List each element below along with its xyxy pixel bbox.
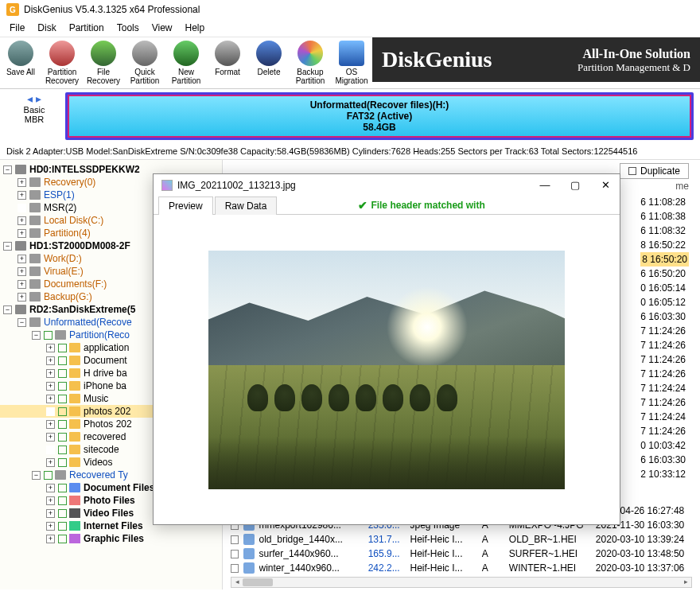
- disk-quick-icon: [132, 41, 158, 66]
- checkbox-icon[interactable]: [58, 522, 67, 531]
- backup-partition-button[interactable]: Backup Partition: [290, 37, 331, 88]
- checkbox-icon[interactable]: [231, 564, 239, 573]
- save-all-button[interactable]: Save All: [0, 37, 41, 80]
- menu-help[interactable]: Help: [185, 22, 205, 33]
- menu-view[interactable]: View: [152, 22, 173, 33]
- time-cell[interactable]: 7 11:24:24: [640, 381, 689, 395]
- image-icon: [161, 180, 173, 191]
- time-cell[interactable]: 6 11:08:32: [640, 224, 689, 238]
- time-cell[interactable]: 0 10:03:42: [640, 438, 689, 453]
- minimize-button[interactable]: —: [539, 179, 551, 191]
- close-button[interactable]: ✕: [599, 179, 612, 191]
- checkbox-icon[interactable]: [58, 535, 67, 543]
- time-cell[interactable]: 6 11:08:38: [640, 209, 689, 224]
- time-cell[interactable]: 8 16:50:22: [640, 238, 689, 252]
- folder-icon: [69, 419, 80, 429]
- checkbox-icon[interactable]: [58, 395, 67, 403]
- preview-titlebar[interactable]: IMG_20211002_113213.jpg — ▢ ✕: [154, 174, 620, 196]
- preview-filename: IMG_20211002_113213.jpg: [177, 180, 296, 191]
- time-cell[interactable]: 6 11:08:28: [640, 195, 689, 209]
- file-recovery-button[interactable]: File Recovery: [83, 37, 124, 88]
- preview-window[interactable]: IMG_20211002_113213.jpg — ▢ ✕ Preview Ra…: [153, 173, 620, 525]
- quick-partition-button[interactable]: Quick Partition: [124, 37, 165, 88]
- scroll-right-icon[interactable]: ▸: [680, 578, 691, 587]
- scrollbar-thumb[interactable]: [243, 578, 273, 586]
- checkbox-icon[interactable]: [58, 433, 67, 442]
- time-cell[interactable]: 7 11:24:26: [640, 338, 689, 352]
- time-cell[interactable]: 7 11:24:26: [640, 352, 689, 367]
- mbr-label2: MBR: [6, 115, 62, 124]
- format-button[interactable]: Format: [207, 37, 248, 80]
- menu-tools[interactable]: Tools: [117, 22, 139, 33]
- time-cell[interactable]: 0 16:05:14: [640, 281, 689, 295]
- preview-body: [154, 215, 620, 524]
- checkbox-icon[interactable]: [58, 458, 67, 467]
- volume-icon: [29, 228, 41, 238]
- table-row[interactable]: surfer_1440x960... 165.9... Heif-Heic I.…: [231, 547, 700, 561]
- time-cell[interactable]: 7 11:24:26: [640, 395, 689, 410]
- table-row[interactable]: old_bridge_1440x... 131.7... Heif-Heic I…: [231, 532, 700, 547]
- time-cell[interactable]: 7 11:24:24: [640, 410, 689, 424]
- file-type: Heif-Heic I...: [410, 548, 476, 559]
- time-cell[interactable]: 6 16:03:30: [640, 309, 689, 324]
- volume-icon: [29, 177, 41, 187]
- menu-disk[interactable]: Disk: [37, 22, 56, 33]
- checkbox-icon[interactable]: [58, 382, 67, 391]
- partition-bar[interactable]: Unformatted(Recover files)(H:) FAT32 (Ac…: [68, 95, 691, 138]
- table-row[interactable]: winter_1440x960... 242.2... Heif-Heic I.…: [231, 561, 700, 575]
- maximize-button[interactable]: ▢: [569, 179, 581, 191]
- time-cell[interactable]: 6 16:03:30: [640, 453, 689, 467]
- folder-icon: [69, 432, 80, 442]
- time-cell[interactable]: 7 11:24:26: [640, 324, 689, 338]
- volume-icon: [29, 267, 41, 276]
- file-icon: [243, 562, 254, 574]
- hdd-icon: [15, 241, 26, 251]
- checkbox-icon[interactable]: [231, 535, 239, 544]
- time-cell[interactable]: 2 10:33:12: [640, 467, 689, 481]
- new-partition-button[interactable]: New Partition: [165, 37, 207, 88]
- checkbox-icon[interactable]: [58, 496, 67, 505]
- menu-file[interactable]: File: [10, 22, 25, 33]
- tab-raw-data[interactable]: Raw Data: [215, 196, 278, 215]
- os-migration-button[interactable]: OS Migration: [331, 37, 372, 88]
- file-date: 2020-03-10 13:39:24: [596, 534, 700, 545]
- time-cell[interactable]: 6 16:50:20: [640, 267, 689, 281]
- menubar: File Disk Partition Tools View Help: [0, 19, 700, 37]
- folder-icon: [69, 368, 80, 378]
- checkbox-icon[interactable]: [58, 484, 67, 492]
- time-cell[interactable]: 7 11:24:26: [640, 424, 689, 438]
- checkbox-icon[interactable]: [44, 331, 52, 340]
- file-attr: A: [482, 562, 504, 574]
- time-cell[interactable]: 7 11:24:26: [640, 367, 689, 381]
- nav-arrows[interactable]: ◂ ▸: [6, 92, 62, 105]
- file-shortname: SURFER~1.HEI: [509, 548, 591, 559]
- folder-icon: [69, 445, 80, 454]
- duplicate-button[interactable]: Duplicate: [620, 163, 689, 179]
- horizontal-scrollbar[interactable]: ◂ ▸: [231, 577, 692, 588]
- checkbox-icon[interactable]: [58, 356, 67, 365]
- checkbox-icon[interactable]: [231, 550, 239, 558]
- preview-tabs: Preview Raw Data ✔File header matched wi…: [154, 196, 620, 215]
- checkbox-icon[interactable]: [58, 369, 67, 378]
- checkbox-icon[interactable]: [58, 344, 67, 352]
- menu-partition[interactable]: Partition: [69, 22, 104, 33]
- folder-icon: [69, 407, 80, 416]
- tab-preview[interactable]: Preview: [158, 196, 213, 215]
- scroll-left-icon[interactable]: ◂: [231, 578, 243, 587]
- delete-button[interactable]: Delete: [248, 37, 290, 80]
- checkbox-icon[interactable]: [58, 420, 67, 429]
- file-size: 165.9...: [368, 548, 406, 559]
- partition-recovery-button[interactable]: Partition Recovery: [41, 37, 83, 88]
- checkbox-icon[interactable]: [58, 407, 67, 416]
- file-shortname: WINTER~1.HEI: [509, 562, 591, 574]
- volume-icon: [55, 330, 66, 340]
- tree-group-graphic[interactable]: +Graphic Files: [0, 532, 222, 545]
- checkbox-icon[interactable]: [58, 446, 67, 454]
- time-cell[interactable]: 8 16:50:20: [640, 252, 689, 267]
- checkbox-icon[interactable]: [44, 471, 52, 480]
- partition-bar-wrap: Unformatted(Recover files)(H:) FAT32 (Ac…: [65, 92, 694, 140]
- checkbox-icon[interactable]: [58, 509, 67, 518]
- magnifier-icon: [49, 41, 75, 66]
- time-cell[interactable]: 0 16:05:12: [640, 295, 689, 309]
- check-icon: ✔: [358, 199, 368, 212]
